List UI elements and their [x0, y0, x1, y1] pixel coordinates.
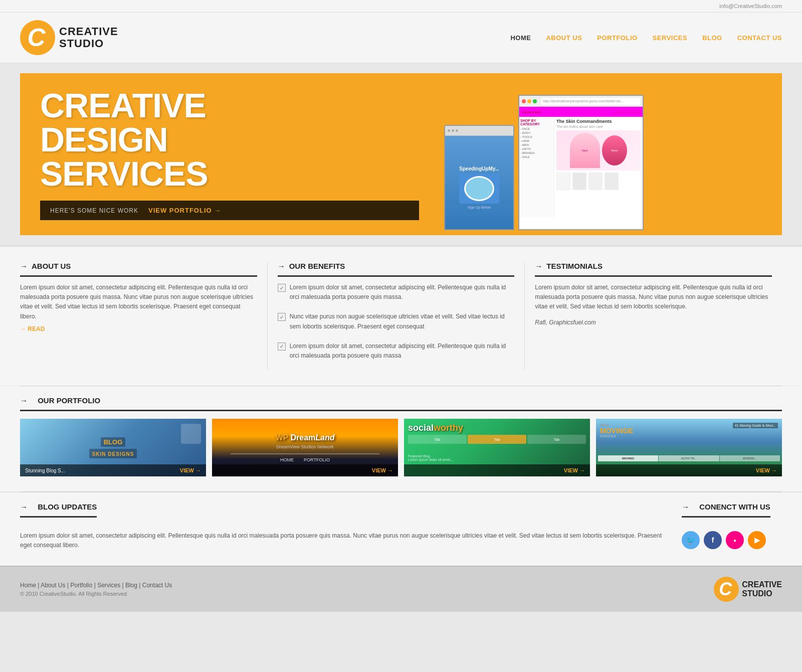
footer-logo-text: CREATIVE STUDIO: [742, 580, 782, 598]
testimonials-col: → TESTIMONIALS Lorem ipsum dolor sit ame…: [525, 262, 782, 371]
portfolio-item-3[interactable]: socialworthy Tab Tab Tab Featured BlogLo…: [404, 419, 590, 476]
blog-title: → BLOG UPDATES: [20, 502, 97, 518]
logo-c-icon: C: [27, 25, 45, 50]
browser-mockup-2: http://destinationryansystems.yomu.com/t…: [518, 95, 644, 230]
blog-connect-section: → BLOG UPDATES Lorem ipsum dolor sit ame…: [0, 492, 802, 565]
benefit-item-3: ✓ Lorem ipsum dolor sit amet, consectetu…: [278, 342, 515, 365]
header-main: C CREATIVE STUDIO HOME ABOUT US PORTFOLI…: [0, 13, 802, 63]
footer-link-services[interactable]: Services: [97, 582, 120, 589]
testimonials-title: → TESTIMONIALS: [535, 262, 772, 277]
flickr-icon[interactable]: ●: [726, 531, 744, 549]
connect-title: → CONENCT WITH US: [682, 502, 770, 518]
nav-blog[interactable]: BLOG: [702, 34, 722, 42]
portfolio-overlay-4: VIEW →: [596, 464, 782, 476]
hero-cta-left: HERE'S SOME NICE WORK: [50, 207, 138, 214]
check-icon-2: ✓: [278, 313, 286, 321]
testimonials-arrow-icon: →: [535, 262, 542, 270]
connect-section: → CONENCT WITH US 🐦 f ● ▶: [682, 502, 782, 550]
logo[interactable]: C CREATIVE STUDIO: [20, 20, 118, 55]
about-col: → ABOUT US Lorem ipsum dolor sit amet, c…: [20, 262, 268, 371]
footer-logo: C CREATIVE STUDIO: [714, 577, 782, 602]
hero-cta-bar[interactable]: HERE'S SOME NICE WORK VIEW PORTFOLIO →: [40, 201, 419, 220]
footer-links-row: Home | About Us | Portfolio | Services |…: [20, 582, 172, 589]
portfolio-grid: BLOG SKIN DESIGNS Stunning Blog S... VIE…: [20, 419, 782, 476]
footer-left: Home | About Us | Portfolio | Services |…: [20, 582, 172, 597]
view-btn-1[interactable]: VIEW →: [180, 467, 201, 473]
footer-logo-c-icon: C: [719, 579, 732, 600]
portfolio-item-2[interactable]: WP DreamLand DreamView Studios Network H…: [212, 419, 398, 476]
footer-copyright: © 2010 CreativeStudio. All Rights Reserv…: [20, 591, 172, 597]
view-btn-3[interactable]: VIEW →: [564, 467, 585, 473]
testimonials-author: Rafi, Graphicsfuel.com: [535, 318, 772, 327]
portfolio-item-4[interactable]: Best MOVINGE CHOICES #1 Moving Guide & M…: [596, 419, 782, 476]
footer-link-portfolio[interactable]: Portfolio: [70, 582, 92, 589]
nav-about[interactable]: ABOUT US: [546, 34, 582, 42]
portfolio-item-1[interactable]: BLOG SKIN DESIGNS Stunning Blog S... VIE…: [20, 419, 206, 476]
benefit-item-2: ✓ Nunc vitae purus non augue scelerisque…: [278, 312, 515, 335]
logo-text: CREATIVE STUDIO: [59, 26, 118, 50]
connect-arrow-icon: →: [682, 502, 689, 511]
footer-link-contact[interactable]: Contact Us: [142, 582, 172, 589]
blog-arrow-icon: →: [20, 502, 28, 511]
rss-icon[interactable]: ▶: [748, 531, 766, 549]
nav-contact[interactable]: CONTACT US: [737, 34, 782, 42]
facebook-icon[interactable]: f: [704, 531, 722, 549]
benefit-item-1: ✓ Lorem ipsum dolor sit amet, consectetu…: [278, 283, 515, 306]
portfolio-section: → OUR PORTFOLIO BLOG SKIN DESIGNS Stunni…: [0, 386, 802, 491]
read-more-link[interactable]: → READ: [20, 325, 257, 332]
view-portfolio-button[interactable]: VIEW PORTFOLIO →: [148, 207, 221, 214]
check-icon-3: ✓: [278, 343, 286, 351]
check-icon-1: ✓: [278, 284, 286, 292]
browser-mockup-1: SpeedingUpMy... Sign Up Below: [444, 125, 514, 230]
contact-email: info@CreativeStudio.com: [719, 3, 782, 9]
three-columns: → ABOUT US Lorem ipsum dolor sit amet, c…: [0, 245, 802, 386]
portfolio-arrow-icon: →: [20, 396, 28, 405]
testimonials-body: Lorem ipsum dolor sit amet, consectetur …: [535, 283, 772, 312]
nav-services[interactable]: SERVICES: [653, 34, 688, 42]
footer-link-home[interactable]: Home: [20, 582, 36, 589]
hero-heading: CREATIVE DESIGN SERVICES: [40, 88, 419, 191]
blog-section: → BLOG UPDATES Lorem ipsum dolor sit ame…: [20, 502, 667, 550]
nav-portfolio[interactable]: PORTFOLIO: [597, 34, 637, 42]
portfolio-overlay-3: VIEW →: [404, 464, 590, 476]
hero-text-area: CREATIVE DESIGN SERVICES HERE'S SOME NIC…: [20, 73, 439, 235]
benefits-title: → OUR BENEFITS: [278, 262, 515, 277]
about-title: → ABOUT US: [20, 262, 257, 277]
footer-logo-circle: C: [714, 577, 739, 602]
about-body: Lorem ipsum dolor sit amet, consectetur …: [20, 283, 257, 321]
about-arrow-icon: →: [20, 262, 28, 270]
blog-body: Lorem ipsum dolor sit amet, consectetur …: [20, 531, 667, 550]
benefits-col: → OUR BENEFITS ✓ Lorem ipsum dolor sit a…: [268, 262, 525, 371]
footer: Home | About Us | Portfolio | Services |…: [0, 566, 802, 612]
footer-link-about[interactable]: About Us: [41, 582, 65, 589]
portfolio-title: → OUR PORTFOLIO: [20, 396, 782, 411]
view-btn-4[interactable]: VIEW →: [756, 467, 777, 473]
benefits-arrow-icon: →: [278, 262, 285, 270]
view-btn-2[interactable]: VIEW →: [372, 467, 393, 473]
header-top-bar: info@CreativeStudio.com: [0, 0, 802, 13]
footer-link-blog[interactable]: Blog: [125, 582, 137, 589]
hero-banner: CREATIVE DESIGN SERVICES HERE'S SOME NIC…: [20, 73, 782, 235]
nav-home[interactable]: HOME: [510, 34, 531, 42]
hero-images-area: SpeedingUpMy... Sign Up Below http://des…: [439, 73, 782, 235]
main-nav: HOME ABOUT US PORTFOLIO SERVICES BLOG CO…: [510, 34, 782, 42]
twitter-icon[interactable]: 🐦: [682, 531, 700, 549]
portfolio-overlay-2: VIEW →: [212, 464, 398, 476]
social-icons-row: 🐦 f ● ▶: [682, 531, 782, 549]
portfolio-overlay-1: Stunning Blog S... VIEW →: [20, 464, 206, 476]
logo-circle: C: [20, 20, 55, 55]
